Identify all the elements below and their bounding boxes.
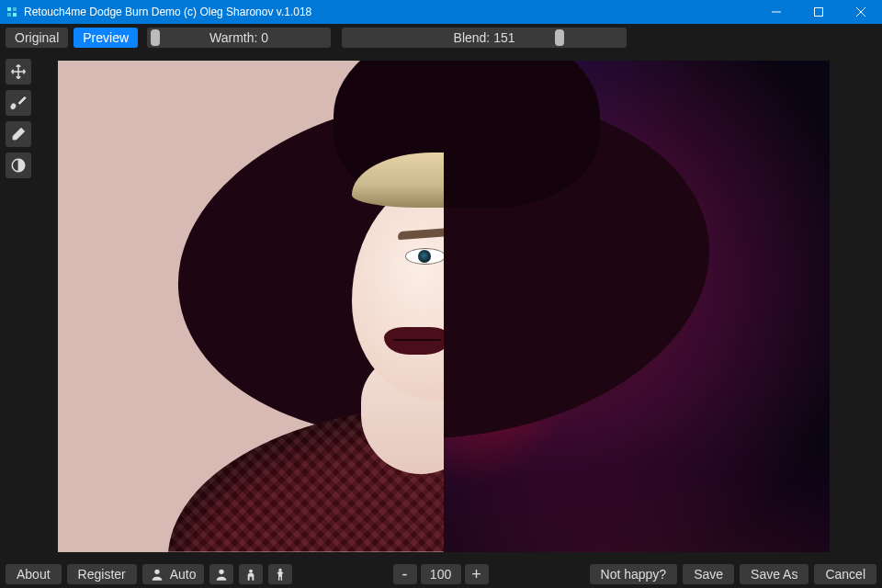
blend-thumb[interactable]: [555, 29, 564, 46]
minimize-button[interactable]: [755, 0, 797, 24]
original-toggle[interactable]: Original: [6, 28, 68, 48]
save-as-button[interactable]: Save As: [740, 564, 808, 584]
image-canvas[interactable]: [58, 61, 830, 552]
brush-tool[interactable]: [6, 90, 31, 116]
single-person-button[interactable]: [209, 564, 233, 584]
svg-point-6: [154, 570, 159, 574]
blend-slider[interactable]: Blend: 151: [342, 28, 627, 48]
auto-button[interactable]: Auto: [142, 564, 204, 584]
half-body-icon: [243, 567, 258, 582]
person-icon: [214, 567, 229, 582]
maximize-button[interactable]: [797, 0, 840, 24]
svg-point-9: [278, 569, 281, 571]
full-body-button[interactable]: [268, 564, 292, 584]
svg-rect-2: [7, 13, 11, 17]
svg-point-7: [219, 570, 223, 574]
contrast-tool[interactable]: [6, 153, 31, 178]
not-happy-button[interactable]: Not happy?: [590, 564, 678, 584]
zoom-in-button[interactable]: +: [465, 564, 489, 584]
bottom-bar: About Register Auto - 100 + Not happy? S…: [0, 560, 882, 588]
side-toolbar: [0, 51, 37, 560]
zoom-controls: - 100 +: [393, 564, 489, 584]
cancel-button[interactable]: Cancel: [814, 564, 876, 584]
close-button[interactable]: [840, 0, 882, 24]
warmth-slider[interactable]: Warmth: 0: [147, 28, 331, 48]
move-tool[interactable]: [6, 59, 31, 85]
app-icon: [6, 6, 18, 18]
person-icon: [150, 567, 164, 582]
svg-rect-3: [13, 13, 17, 17]
svg-point-8: [249, 570, 253, 573]
auto-label: Auto: [170, 567, 197, 582]
svg-rect-0: [7, 7, 11, 11]
save-button[interactable]: Save: [683, 564, 734, 584]
top-toolbar: Original Preview Warmth: 0 Blend: 151: [0, 24, 882, 51]
svg-rect-1: [13, 7, 17, 11]
preview-toggle[interactable]: Preview: [74, 28, 138, 48]
window-controls: [755, 0, 882, 24]
titlebar: Retouch4me Dodge Burn Demo (c) Oleg Shar…: [0, 0, 882, 24]
register-button[interactable]: Register: [67, 564, 137, 584]
app-window: Retouch4me Dodge Burn Demo (c) Oleg Shar…: [0, 0, 882, 588]
zoom-value[interactable]: 100: [421, 564, 461, 584]
zoom-out-button[interactable]: -: [393, 564, 417, 584]
main-area: [0, 51, 882, 560]
window-title: Retouch4me Dodge Burn Demo (c) Oleg Shar…: [24, 6, 755, 18]
full-body-icon: [273, 567, 288, 582]
canvas-wrap: [37, 51, 882, 560]
svg-rect-4: [815, 8, 823, 17]
warmth-thumb[interactable]: [151, 29, 160, 46]
half-body-button[interactable]: [239, 564, 263, 584]
eraser-tool[interactable]: [6, 121, 31, 147]
about-button[interactable]: About: [6, 564, 62, 584]
